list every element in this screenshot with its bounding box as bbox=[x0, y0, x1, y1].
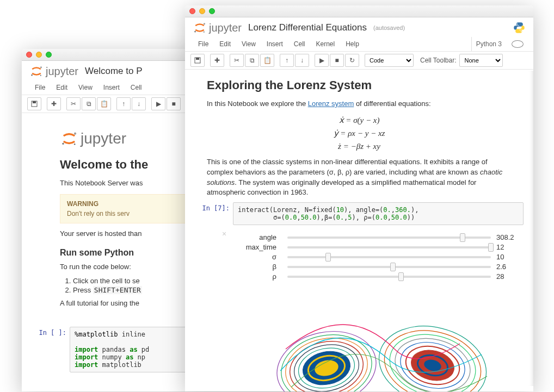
widget-output: × angle308.2max_time12σ10β2.6ρ28 bbox=[195, 228, 524, 285]
scrollbar[interactable] bbox=[528, 71, 533, 386]
notebook-body: Exploring the Lorenz System In this Note… bbox=[185, 70, 533, 391]
run-button[interactable]: ▶ bbox=[315, 54, 329, 67]
code-input[interactable]: interact(Lorenz, N=fixed(10), angle=(0.,… bbox=[233, 202, 524, 225]
svg-point-10 bbox=[204, 32, 205, 33]
menu-cell[interactable]: Cell bbox=[125, 80, 147, 95]
equation-3: ż = −βz + xy bbox=[207, 140, 512, 153]
kernel-indicator bbox=[513, 21, 526, 34]
cell-type-select[interactable]: Code bbox=[365, 54, 414, 67]
add-cell-button[interactable]: ✚ bbox=[210, 54, 224, 67]
slider-row-β: β2.6 bbox=[233, 263, 524, 271]
slider-thumb[interactable] bbox=[460, 233, 465, 242]
svg-point-12 bbox=[521, 31, 522, 32]
notebook-title[interactable]: Welcome to P bbox=[85, 66, 143, 77]
widget-close-icon[interactable]: × bbox=[222, 229, 226, 238]
description-paragraph: This is one of the classic systems in no… bbox=[207, 157, 512, 198]
menu-cell[interactable]: Cell bbox=[288, 37, 311, 51]
slider-value: 10 bbox=[496, 253, 524, 261]
stop-button[interactable]: ■ bbox=[167, 97, 181, 110]
slider-label: σ bbox=[233, 253, 282, 261]
menu-help[interactable]: Help bbox=[340, 37, 365, 51]
save-button[interactable] bbox=[27, 97, 41, 110]
slider-label: ρ bbox=[233, 272, 282, 281]
menu-file[interactable]: File bbox=[193, 37, 214, 51]
kernel-status-icon bbox=[512, 40, 524, 48]
paste-button[interactable]: 📋 bbox=[97, 97, 111, 110]
move-down-button[interactable]: ↓ bbox=[132, 97, 146, 110]
paste-button[interactable]: 📋 bbox=[260, 54, 274, 67]
window-zoom-icon[interactable] bbox=[46, 52, 52, 58]
kernel-name[interactable]: Python 3 bbox=[471, 37, 507, 51]
slider-thumb[interactable] bbox=[390, 263, 396, 271]
slider-thumb[interactable] bbox=[488, 243, 494, 252]
jupyter-logo-icon bbox=[29, 64, 44, 78]
svg-point-11 bbox=[516, 23, 518, 24]
svg-point-9 bbox=[194, 31, 196, 33]
jupyter-logo-icon bbox=[60, 129, 78, 148]
python-icon bbox=[513, 21, 526, 34]
menu-view[interactable]: View bbox=[73, 80, 98, 95]
slider-row-max_time: max_time12 bbox=[233, 243, 524, 251]
slider-thumb[interactable] bbox=[398, 272, 404, 281]
move-up-button[interactable]: ↑ bbox=[116, 97, 131, 110]
jupyter-logo: jupyter bbox=[29, 64, 78, 78]
move-down-button[interactable]: ↓ bbox=[295, 54, 309, 67]
titlebar bbox=[185, 5, 533, 17]
run-button[interactable]: ▶ bbox=[151, 97, 165, 110]
slider-label: max_time bbox=[233, 243, 282, 251]
slider-track[interactable] bbox=[287, 256, 491, 258]
slider-label: β bbox=[233, 263, 282, 271]
window-minimize-icon[interactable] bbox=[36, 52, 42, 58]
notebook-header: jupyter Lorenz Differential Equations (a… bbox=[185, 17, 533, 37]
copy-button[interactable]: ⧉ bbox=[82, 97, 96, 110]
menu-kernel[interactable]: Kernel bbox=[311, 37, 341, 51]
cut-button[interactable]: ✂ bbox=[66, 97, 81, 110]
lorenz-link[interactable]: Lorenz system bbox=[308, 99, 354, 108]
cell-prompt: In [7]: bbox=[195, 202, 233, 225]
slider-track[interactable] bbox=[287, 237, 491, 239]
add-cell-button[interactable]: ✚ bbox=[47, 97, 61, 110]
save-button[interactable] bbox=[190, 54, 205, 67]
menu-view[interactable]: View bbox=[236, 37, 261, 51]
jupyter-logo-text: jupyter bbox=[46, 65, 78, 78]
svg-point-0 bbox=[40, 66, 42, 68]
menu-edit[interactable]: Edit bbox=[214, 37, 236, 51]
restart-button[interactable]: ↻ bbox=[345, 54, 359, 67]
cell-toolbar-label: Cell Toolbar: bbox=[420, 57, 456, 64]
window-zoom-icon[interactable] bbox=[209, 8, 215, 14]
code-cell[interactable]: In [7]: interact(Lorenz, N=fixed(10), an… bbox=[195, 202, 524, 225]
menu-file[interactable]: File bbox=[29, 80, 51, 95]
notebook-title[interactable]: Lorenz Differential Equations bbox=[248, 22, 367, 33]
jupyter-logo-icon bbox=[193, 21, 207, 35]
equation-1: ẋ = σ(y − x) bbox=[207, 114, 512, 127]
stop-button[interactable]: ■ bbox=[330, 54, 344, 67]
window-close-icon[interactable] bbox=[26, 52, 32, 58]
copy-button[interactable]: ⧉ bbox=[245, 54, 259, 67]
slider-value: 308.2 bbox=[496, 233, 524, 241]
window-minimize-icon[interactable] bbox=[199, 8, 205, 14]
slider-track[interactable] bbox=[287, 276, 491, 278]
slider-value: 12 bbox=[496, 243, 524, 251]
cut-button[interactable]: ✂ bbox=[230, 54, 244, 67]
menubar: File Edit View Insert Cell Kernel Help P… bbox=[185, 37, 533, 52]
svg-point-2 bbox=[40, 75, 41, 76]
jupyter-logo-text: jupyter bbox=[81, 130, 126, 147]
equation-2: ẏ = ρx − y − xz bbox=[207, 127, 512, 140]
svg-point-1 bbox=[31, 74, 33, 76]
svg-point-5 bbox=[74, 133, 76, 135]
slider-track[interactable] bbox=[287, 266, 491, 268]
slider-row-ρ: ρ28 bbox=[233, 272, 524, 281]
menu-insert[interactable]: Insert bbox=[261, 37, 288, 51]
cell-toolbar-select[interactable]: None bbox=[459, 54, 503, 67]
move-up-button[interactable]: ↑ bbox=[280, 54, 294, 67]
slider-thumb[interactable] bbox=[325, 253, 331, 262]
svg-point-6 bbox=[62, 143, 64, 145]
window-close-icon[interactable] bbox=[189, 8, 195, 14]
menu-edit[interactable]: Edit bbox=[51, 80, 73, 95]
slider-track[interactable] bbox=[287, 246, 491, 248]
menu-insert[interactable]: Insert bbox=[98, 80, 125, 95]
intro-paragraph: In this Notebook we explore the Lorenz s… bbox=[207, 99, 512, 109]
svg-rect-4 bbox=[33, 101, 36, 103]
autosave-status: (autosaved) bbox=[373, 24, 405, 31]
slider-value: 2.6 bbox=[496, 263, 524, 271]
